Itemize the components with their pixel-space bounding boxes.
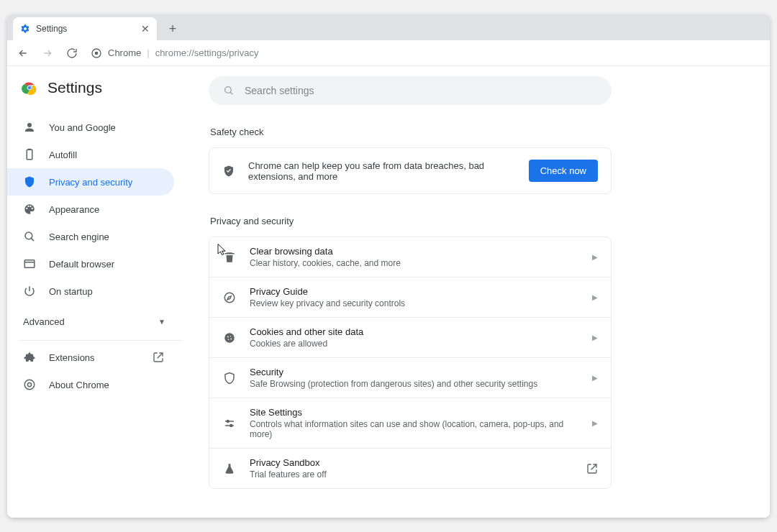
omnibox-site-label: Chrome [108, 47, 141, 58]
chevron-right-icon: ▶ [592, 334, 598, 341]
svg-point-12 [225, 87, 232, 93]
forward-button[interactable] [37, 43, 58, 63]
chrome-logo-icon [22, 80, 37, 96]
svg-point-17 [230, 336, 232, 337]
new-tab-button[interactable]: + [163, 19, 183, 39]
svg-point-18 [230, 338, 232, 339]
omnibox-separator: | [147, 47, 149, 58]
chrome-outline-icon [23, 378, 36, 391]
palette-icon [23, 203, 36, 216]
sliders-icon [222, 416, 237, 431]
sidebar-item-label: Privacy and security [49, 177, 132, 188]
sidebar-item-default-browser[interactable]: Default browser [7, 250, 174, 278]
clipboard-icon [23, 148, 36, 161]
sidebar-item-label: Default browser [49, 259, 114, 270]
open-in-new-icon [153, 352, 164, 363]
row-privacy-guide[interactable]: Privacy Guide Review key privacy and sec… [209, 277, 611, 317]
svg-point-1 [95, 51, 99, 55]
sidebar-item-advanced[interactable]: Advanced ▼ [7, 308, 194, 336]
sidebar-divider [19, 340, 183, 341]
reload-button[interactable] [62, 43, 82, 63]
svg-line-7 [31, 238, 34, 241]
row-subtitle: Trial features are off [250, 469, 573, 480]
sidebar-item-privacy-security[interactable]: Privacy and security [7, 168, 174, 196]
puzzle-icon [23, 351, 36, 364]
row-subtitle: Review key privacy and security controls [250, 298, 579, 308]
search-icon [223, 85, 235, 96]
row-title: Clear browsing data [250, 246, 579, 257]
svg-point-22 [227, 420, 229, 422]
sidebar-item-autofill[interactable]: Autofill [7, 141, 174, 168]
sidebar-item-label: On startup [49, 286, 93, 297]
omnibox-url: chrome://settings/privacy [155, 47, 259, 58]
row-title: Privacy Sandbox [250, 457, 573, 468]
browser-window-icon [23, 257, 36, 270]
power-icon [23, 285, 36, 298]
sidebar-item-label: Autofill [49, 150, 77, 160]
browser-tab-settings[interactable]: Settings ✕ [13, 17, 157, 40]
svg-point-14 [224, 293, 235, 303]
sidebar-item-about-chrome[interactable]: About Chrome [7, 371, 194, 398]
tab-title: Settings [36, 24, 67, 34]
privacy-section-label: Privacy and security [210, 216, 748, 226]
shield-icon [23, 175, 36, 188]
svg-point-6 [25, 232, 32, 239]
svg-point-10 [24, 380, 35, 390]
row-cookies[interactable]: Cookies and other site data Cookies are … [209, 317, 611, 357]
sidebar-item-label: Search engine [49, 231, 109, 242]
chevron-right-icon: ▶ [592, 293, 598, 301]
sidebar-item-on-startup[interactable]: On startup [7, 278, 174, 305]
tab-strip: Settings ✕ + [7, 14, 770, 40]
browser-toolbar: Chrome | chrome://settings/privacy [7, 40, 770, 66]
privacy-list-card: Clear browsing data Clear history, cooki… [209, 237, 612, 489]
back-button[interactable] [13, 43, 33, 63]
safety-check-text: Chrome can help keep you safe from data … [248, 160, 516, 182]
svg-rect-5 [28, 149, 32, 150]
shield-outline-icon [222, 371, 237, 385]
address-bar[interactable]: Chrome | chrome://settings/privacy [91, 47, 258, 59]
search-settings-input[interactable]: Search settings [209, 76, 612, 105]
person-icon [23, 121, 36, 134]
open-in-new-icon [586, 463, 598, 474]
sidebar-item-label: Appearance [49, 204, 99, 215]
row-subtitle: Clear history, cookies, cache, and more [250, 258, 579, 268]
row-title: Privacy Guide [250, 286, 579, 297]
chevron-right-icon: ▶ [592, 419, 598, 427]
sidebar-item-you-and-google[interactable]: You and Google [7, 114, 174, 141]
svg-point-11 [27, 382, 31, 386]
sidebar-item-appearance[interactable]: Appearance [7, 196, 174, 223]
row-title: Security [250, 367, 579, 377]
gear-icon [20, 24, 30, 34]
search-icon [23, 230, 36, 243]
sidebar-item-label: You and Google [49, 122, 116, 133]
row-clear-browsing-data[interactable]: Clear browsing data Clear history, cooki… [209, 237, 611, 277]
row-title: Cookies and other site data [250, 326, 579, 337]
close-tab-icon[interactable]: ✕ [141, 24, 150, 34]
row-title: Site Settings [250, 407, 579, 418]
row-subtitle: Safe Browsing (protection from dangerous… [250, 379, 579, 389]
extensions-label: Extensions [49, 352, 95, 363]
safety-check-card: Chrome can help keep you safe from data … [209, 147, 612, 194]
shield-check-icon [222, 165, 235, 178]
row-privacy-sandbox[interactable]: Privacy Sandbox Trial features are off [209, 448, 611, 488]
check-now-button[interactable]: Check now [529, 160, 598, 182]
svg-point-16 [227, 336, 229, 337]
sidebar-item-extensions[interactable]: Extensions [7, 344, 194, 371]
row-subtitle: Cookies are allowed [250, 339, 579, 349]
sidebar: Settings You and Google Autofill Privacy… [7, 66, 194, 518]
compass-icon [222, 290, 237, 305]
row-site-settings[interactable]: Site Settings Controls what information … [209, 398, 611, 448]
flask-icon [222, 462, 237, 476]
main-panel: Search settings Safety check Chrome can … [194, 66, 770, 518]
about-label: About Chrome [49, 380, 109, 390]
row-security[interactable]: Security Safe Browsing (protection from … [209, 357, 611, 398]
sidebar-item-search-engine[interactable]: Search engine [7, 223, 174, 250]
svg-line-13 [230, 92, 232, 94]
cookie-icon [222, 331, 237, 345]
svg-point-23 [230, 424, 232, 426]
sidebar-nav: You and Google Autofill Privacy and secu… [7, 108, 194, 305]
brand-row: Settings [7, 79, 194, 108]
trash-icon [222, 250, 237, 265]
chevron-right-icon: ▶ [592, 374, 598, 382]
site-info-icon[interactable] [91, 47, 102, 59]
